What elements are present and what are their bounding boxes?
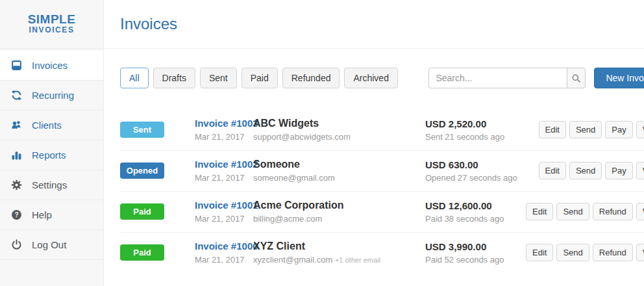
client-name: Acme Corporation [253, 200, 425, 211]
filter-button[interactable]: Refunded [282, 68, 340, 88]
invoice-activity: Paid 52 seconds ago [425, 255, 523, 265]
client-cell: Acme Corporation billing@acme.com [253, 200, 425, 224]
toolbar: All Drafts Sent Paid Refunded Archived [120, 68, 644, 88]
filter-button[interactable]: Archived [344, 68, 397, 88]
nav-item-label: Invoices [32, 60, 68, 71]
client-cell: Someone someone@gmail.com [253, 159, 425, 183]
invoice-row: Paid Invoice #1000 Mar 21, 2017 XYZ Clie… [120, 232, 644, 273]
content: All Drafts Sent Paid Refunded Archived [104, 49, 644, 273]
filter-bar: All Drafts Sent Paid Refunded Archived [120, 68, 402, 88]
filter-button[interactable]: Paid [242, 68, 278, 88]
recurring-icon [11, 90, 22, 101]
invoice-number-link[interactable]: Invoice #1003 [195, 118, 258, 129]
invoice-date: Mar 21, 2017 [195, 255, 253, 265]
nav-item-label: Log Out [32, 239, 66, 250]
client-email: someone@gmail.com [253, 173, 425, 183]
invoice-date: Mar 21, 2017 [195, 132, 253, 142]
action-button[interactable]: View [636, 121, 644, 138]
search-input[interactable] [428, 68, 567, 88]
invoice-id-cell: Invoice #1000 Mar 21, 2017 [195, 240, 253, 265]
action-button[interactable]: View [636, 162, 644, 179]
amount-cell: USD 630.00 Opened 27 seconds ago [425, 159, 523, 183]
action-button[interactable]: Edit [526, 203, 553, 220]
invoice-date: Mar 21, 2017 [195, 173, 253, 183]
client-email-text: support@abcwidgets.com [253, 132, 351, 142]
nav-item[interactable]: Recurring [0, 81, 103, 110]
invoice-date: Mar 21, 2017 [195, 214, 253, 224]
action-button[interactable]: Send [556, 203, 589, 220]
client-email: xyzclient@gmail.com +1 other email [253, 255, 425, 265]
nav-item-label: Help [32, 209, 52, 220]
row-actions: Edit Send Pay View [536, 162, 644, 179]
client-email-text: billing@acme.com [253, 214, 322, 224]
filter-button[interactable]: All [120, 68, 149, 88]
client-email-extra: +1 other email [335, 256, 380, 264]
search-button[interactable] [567, 68, 586, 88]
row-actions: Edit Send Pay View [536, 121, 644, 138]
action-button[interactable]: Send [569, 162, 602, 179]
logo-line2: INVOICES [29, 25, 74, 36]
invoice-number-link[interactable]: Invoice #1001 [195, 200, 258, 211]
action-button[interactable]: Edit [526, 244, 553, 261]
settings-icon [11, 179, 22, 190]
nav-item[interactable]: Log Out [0, 230, 103, 260]
action-button[interactable]: Pay [605, 162, 632, 179]
invoice-id-cell: Invoice #1002 Mar 21, 2017 [195, 159, 253, 183]
main-header: Invoices [104, 0, 644, 49]
amount-cell: USD 12,600.00 Paid 38 seconds ago [425, 200, 523, 224]
app-logo: SIMPLE INVOICES [0, 0, 103, 49]
nav-item[interactable]: Clients [0, 110, 103, 140]
new-invoice-button[interactable]: New Invoice [594, 68, 644, 88]
logout-icon [11, 239, 22, 250]
action-button[interactable]: Refund [593, 244, 633, 261]
action-button[interactable]: Pay [605, 121, 632, 138]
invoice-activity: Paid 38 seconds ago [425, 214, 523, 224]
sidebar: SIMPLE INVOICES Invoices Recurring Clien… [0, 0, 104, 286]
invoice-number-link[interactable]: Invoice #1002 [195, 159, 258, 170]
nav-item[interactable]: Reports [0, 140, 103, 170]
client-email: billing@acme.com [253, 214, 425, 224]
client-name: XYZ Client [253, 240, 425, 252]
invoice-amount: USD 3,990.00 [425, 241, 523, 252]
action-button[interactable]: Send [569, 121, 602, 138]
invoice-activity: Opened 27 seconds ago [425, 173, 523, 183]
action-button[interactable]: Edit [539, 121, 566, 138]
nav-item-label: Recurring [32, 90, 74, 101]
action-button[interactable]: View [636, 244, 644, 261]
client-email-text: someone@gmail.com [253, 173, 335, 183]
action-button[interactable]: Edit [539, 162, 566, 179]
client-email-text: xyzclient@gmail.com [253, 255, 332, 265]
sidebar-nav: Invoices Recurring Clients Reports Setti… [0, 49, 103, 260]
search-group [428, 68, 586, 88]
nav-item[interactable]: ? Help [0, 200, 103, 230]
status-badge: Opened [120, 162, 164, 179]
invoice-amount: USD 2,520.00 [425, 118, 523, 129]
app-window: SIMPLE INVOICES Invoices Recurring Clien… [0, 0, 644, 286]
help-icon: ? [11, 209, 22, 220]
invoice-amount: USD 630.00 [425, 159, 523, 170]
client-cell: ABC Widgets support@abcwidgets.com [253, 118, 425, 142]
status-badge: Paid [120, 203, 164, 220]
action-button[interactable]: View [636, 203, 644, 220]
clients-icon [11, 120, 22, 131]
page-title: Invoices [120, 15, 177, 33]
client-name: ABC Widgets [253, 118, 425, 129]
filter-button[interactable]: Sent [200, 68, 237, 88]
amount-cell: USD 2,520.00 Sent 21 seconds ago [425, 118, 523, 142]
nav-item[interactable]: Settings [0, 170, 103, 200]
invoice-id-cell: Invoice #1001 Mar 21, 2017 [195, 200, 253, 224]
nav-item-label: Settings [32, 179, 67, 190]
svg-text:?: ? [14, 211, 18, 218]
invoice-number-link[interactable]: Invoice #1000 [195, 240, 258, 252]
invoices-icon [11, 60, 22, 71]
status-badge: Paid [120, 244, 164, 261]
filter-button[interactable]: Drafts [153, 68, 195, 88]
nav-item-label: Reports [32, 150, 66, 161]
invoice-id-cell: Invoice #1003 Mar 21, 2017 [195, 118, 253, 142]
logo-line1: SIMPLE [28, 13, 76, 25]
row-actions: Edit Send Refund View [523, 244, 644, 261]
status-badge: Sent [120, 122, 164, 138]
action-button[interactable]: Refund [593, 203, 633, 220]
action-button[interactable]: Send [556, 244, 589, 261]
nav-item[interactable]: Invoices [0, 51, 103, 81]
